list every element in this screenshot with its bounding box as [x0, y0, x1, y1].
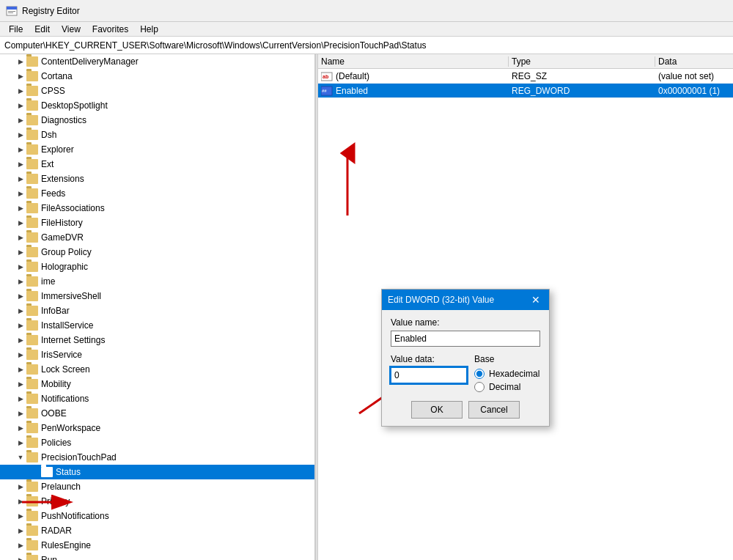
tree-item[interactable]: ▶Run: [0, 553, 314, 560]
tree-item-label: Status: [56, 467, 81, 477]
tree-item[interactable]: ▶CPSS: [0, 84, 314, 98]
ab-icon: ab: [321, 71, 333, 81]
tree-expander[interactable]: ▶: [15, 495, 26, 507]
tree-expander[interactable]: ▶: [15, 554, 26, 560]
tree-item[interactable]: ▶Group Policy: [0, 245, 314, 259]
tree-item[interactable]: ▶GameDVR: [0, 230, 314, 245]
tree-expander[interactable]: ▶: [15, 334, 26, 346]
tree-item[interactable]: ▶InfoBar: [0, 303, 314, 318]
tree-expander[interactable]: ▶: [15, 393, 26, 405]
tree-expander[interactable]: ▶: [15, 217, 26, 229]
tree-item-label: Ext: [41, 159, 54, 169]
tree-item[interactable]: ▶Privacy: [0, 494, 314, 509]
tree-item-label: Mobility: [41, 379, 71, 389]
tree-expander[interactable]: ▶: [15, 349, 26, 361]
tree-expander[interactable]: ▶: [15, 56, 26, 67]
tree-item[interactable]: ▶InstallService: [0, 318, 314, 333]
tree-item[interactable]: Status: [0, 465, 314, 479]
tree-item[interactable]: ▶DesktopSpotlight: [0, 98, 314, 113]
tree-item[interactable]: ▶Policies: [0, 435, 314, 450]
tree-item[interactable]: ▶Feeds: [0, 186, 314, 201]
tree-expander[interactable]: ▶: [15, 525, 26, 537]
menu-view[interactable]: View: [56, 23, 86, 36]
tree-expander[interactable]: ▶: [15, 114, 26, 126]
radio-hexadecimal[interactable]: Hexadecimal: [474, 369, 540, 379]
tree-expander[interactable]: [29, 466, 41, 478]
menu-file[interactable]: File: [3, 23, 29, 36]
tree-item[interactable]: ▶PushNotifications: [0, 509, 314, 523]
folder-icon: [26, 482, 38, 492]
tree-expander[interactable]: ▶: [15, 320, 26, 331]
tree-item-label: IrisService: [41, 350, 82, 360]
tree-expander[interactable]: ▶: [15, 202, 26, 214]
tree-item[interactable]: ▶ime: [0, 274, 314, 289]
tree-item[interactable]: ▶ImmersiveShell: [0, 289, 314, 303]
tree-item[interactable]: ▶PenWorkspace: [0, 421, 314, 435]
menu-help[interactable]: Help: [134, 23, 164, 36]
tree-expander[interactable]: ▶: [15, 422, 26, 434]
tree-item[interactable]: ▶Diagnostics: [0, 113, 314, 128]
tree-expander[interactable]: ▶: [15, 364, 26, 375]
dialog-close-button[interactable]: ✕: [528, 292, 543, 307]
ok-button[interactable]: OK: [411, 401, 463, 419]
tree-expander[interactable]: ▶: [15, 173, 26, 185]
tree-expander[interactable]: ▶: [15, 100, 26, 111]
tree-item[interactable]: ▶Cortana: [0, 69, 314, 84]
tree-expander[interactable]: ▶: [15, 85, 26, 97]
registry-row[interactable]: ## EnabledREG_DWORD0x00000001 (1): [318, 84, 733, 98]
tree-expander[interactable]: ▶: [15, 510, 26, 522]
radio-hex-input[interactable]: [474, 369, 485, 379]
tree-expander[interactable]: ▶: [15, 70, 26, 82]
tree-item[interactable]: ▶Mobility: [0, 377, 314, 391]
svg-rect-3: [8, 12, 13, 13]
tree-item[interactable]: ▶Explorer: [0, 142, 314, 157]
tree-expander[interactable]: ▶: [15, 539, 26, 551]
tree-expander[interactable]: ▶: [15, 261, 26, 273]
tree-item-label: PushNotifications: [41, 511, 109, 521]
tree-expander[interactable]: ▶: [15, 276, 26, 287]
tree-item[interactable]: ▶Internet Settings: [0, 333, 314, 347]
tree-expander[interactable]: ▶: [15, 129, 26, 141]
tree-item[interactable]: ▶ContentDeliveryManager: [0, 54, 314, 69]
tree-item[interactable]: ▶Holographic: [0, 259, 314, 274]
tree-expander[interactable]: ▶: [15, 188, 26, 199]
folder-icon: [26, 262, 38, 272]
radio-dec-input[interactable]: [474, 382, 485, 392]
value-name-input[interactable]: [391, 331, 540, 347]
menu-favorites[interactable]: Favorites: [86, 23, 134, 36]
tree-item[interactable]: ▶Ext: [0, 157, 314, 172]
tree-item[interactable]: ▶RADAR: [0, 523, 314, 538]
col-data-header: Data: [655, 56, 733, 67]
tree-item[interactable]: ▶Dsh: [0, 128, 314, 142]
tree-expander[interactable]: ▶: [15, 408, 26, 419]
tree-item[interactable]: ▶IrisService: [0, 347, 314, 362]
tree-item[interactable]: ▶Notifications: [0, 391, 314, 406]
tree-expander[interactable]: ▶: [15, 232, 26, 243]
tree-item[interactable]: ▶FileHistory: [0, 215, 314, 230]
tree-expander[interactable]: ▶: [15, 290, 26, 302]
tree-expander[interactable]: ▶: [15, 481, 26, 493]
tree-item[interactable]: ▶Prelaunch: [0, 479, 314, 494]
tree-item[interactable]: ▶Lock Screen: [0, 362, 314, 377]
tree-item-label: RADAR: [41, 526, 72, 536]
tree-item[interactable]: ▼PrecisionTouchPad: [0, 450, 314, 465]
tree-expander[interactable]: ▶: [15, 246, 26, 258]
tree-expander[interactable]: ▶: [15, 437, 26, 449]
tree-item[interactable]: ▶OOBE: [0, 406, 314, 421]
tree-expander[interactable]: ▶: [15, 305, 26, 317]
tree-expander[interactable]: ▶: [15, 158, 26, 170]
column-headers: Name Type Data: [318, 54, 733, 69]
tree-expander[interactable]: ▶: [15, 144, 26, 155]
svg-text:##: ##: [322, 89, 327, 93]
folder-icon: [26, 408, 38, 419]
value-data-input[interactable]: [391, 367, 467, 383]
tree-item[interactable]: ▶FileAssociations: [0, 201, 314, 215]
tree-expander[interactable]: ▼: [15, 452, 26, 463]
tree-item[interactable]: ▶Extensions: [0, 172, 314, 186]
menu-edit[interactable]: Edit: [29, 23, 56, 36]
registry-row[interactable]: ab (Default)REG_SZ(value not set): [318, 69, 733, 84]
radio-decimal[interactable]: Decimal: [474, 382, 540, 392]
cancel-button[interactable]: Cancel: [468, 401, 520, 419]
tree-expander[interactable]: ▶: [15, 378, 26, 390]
tree-item[interactable]: ▶RulesEngine: [0, 538, 314, 553]
